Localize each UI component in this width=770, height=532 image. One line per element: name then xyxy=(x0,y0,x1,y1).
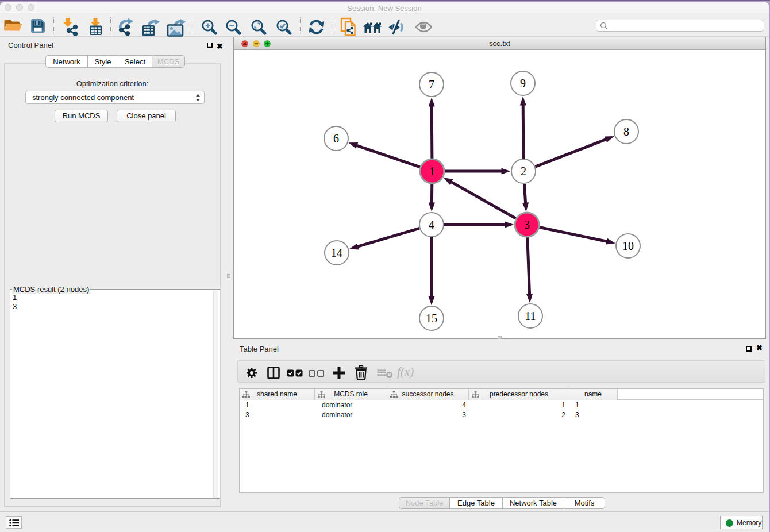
svg-text:7: 7 xyxy=(429,78,434,91)
svg-text:1: 1 xyxy=(429,165,435,178)
svg-text:10: 10 xyxy=(622,240,634,252)
svg-text:14: 14 xyxy=(331,246,342,259)
svg-text:2: 2 xyxy=(521,165,526,178)
svg-text:3: 3 xyxy=(524,218,530,231)
svg-text:9: 9 xyxy=(520,77,526,90)
svg-text:8: 8 xyxy=(623,125,629,138)
svg-text:15: 15 xyxy=(426,312,437,325)
svg-text:4: 4 xyxy=(429,218,434,231)
svg-text:11: 11 xyxy=(525,310,536,322)
svg-text:6: 6 xyxy=(333,132,339,145)
